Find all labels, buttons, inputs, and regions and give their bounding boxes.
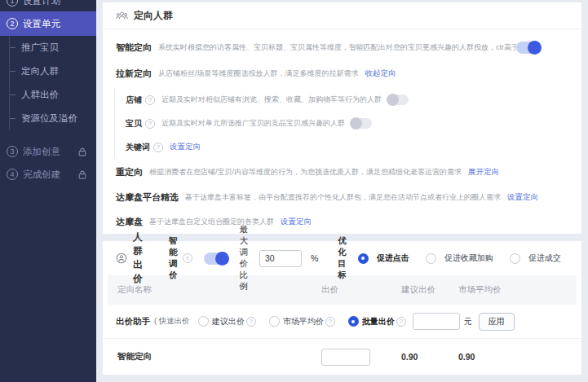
apply-button[interactable]: 应用 [479, 313, 515, 331]
step-label: 完成创建 [23, 169, 60, 181]
collapse-targeting-link[interactable]: 收起定向 [365, 68, 396, 79]
sidebar-item-promo-item[interactable]: 推广宝贝 [10, 36, 96, 59]
radio-bulk-bid-label[interactable]: 批量出价 [362, 316, 395, 327]
wizard-sidebar: 1 设置计划 2 设置单元 推广宝贝 定向人群 人群出价 资源位及溢价 3 添加… [0, 0, 96, 382]
retarget-desc: 根据消费者在您店铺/宝贝/内容等维度的行为，为您挑选优质人群，满足您精细化老客运… [149, 167, 462, 178]
info-icon[interactable]: ? [246, 317, 256, 327]
step-label: 设置单元 [23, 18, 60, 30]
sidebar-step-add-creative[interactable]: 3 添加创意 [0, 140, 96, 163]
col-suggest-bid: 建议出价 [401, 284, 458, 296]
dmp-label: 达摩盘 [116, 216, 143, 228]
info-icon[interactable]: ? [325, 317, 335, 327]
smart-adjust-toggle[interactable] [204, 252, 228, 265]
smart-targeting-label: 智能定向 [116, 42, 152, 54]
bid-input[interactable] [321, 349, 370, 366]
radio-market-avg-label[interactable]: 市场平均价 [283, 316, 324, 327]
sidebar-step-set-unit[interactable]: 2 设置单元 [0, 11, 96, 36]
crowd-icon [116, 11, 128, 21]
market-avg-value: 0.90 [458, 352, 577, 362]
radio-suggest-bid[interactable] [198, 316, 209, 327]
bid-icon [116, 252, 127, 264]
suggest-bid-value: 0.90 [401, 352, 458, 362]
bid-card-title-wrap: 人群出价 [116, 231, 143, 286]
step-number-4: 4 [7, 169, 18, 180]
retarget-row: 重定向 根据消费者在您店铺/宝贝/内容等维度的行为，为您挑选优质人群，满足您精细… [116, 166, 568, 178]
step-number-2: 2 [7, 18, 18, 29]
lock-icon [78, 147, 86, 156]
sidebar-item-targeting-audience[interactable]: 定向人群 [10, 59, 96, 83]
pull-new-row: 拉新定向 从店铺粉丝/场景等维度圈选投放人群，满足多维度的拉新需求 收起定向 [116, 68, 568, 80]
step-label: 添加创意 [23, 146, 60, 158]
keyword-label: 关键词 [126, 142, 150, 153]
col-market-avg: 市场平均价 [458, 284, 577, 296]
smart-targeting-toggle[interactable] [516, 42, 541, 54]
step-label: 设置计划 [23, 0, 60, 7]
dmp-platform-desc: 基于达摩盘丰富标签，由平台配置推荐的个性化人群包，满足您在活动节点或者行业上的圈… [185, 192, 501, 203]
smart-targeting-row: 智能定向 系统实时根据您的访客属性、宝贝标题、宝贝属性等维度，智能匹配出对您的宝… [116, 42, 568, 54]
dmp-set-link[interactable]: 设置定向 [281, 217, 312, 227]
expand-targeting-link[interactable]: 展开定向 [468, 167, 499, 178]
audience-bid-card: 人群出价 智能调价 ? 最大调价比例 % 优化目标 促进点击 促进收藏加购 促进… [103, 241, 581, 375]
pull-new-label: 拉新定向 [116, 68, 152, 80]
radio-promote-deal-label[interactable]: 促进成交 [528, 252, 561, 264]
info-icon[interactable]: ? [183, 253, 192, 263]
radio-promote-favorite[interactable] [426, 253, 436, 264]
optimize-goal-label: 优化目标 [338, 235, 347, 281]
row-targeting-name: 智能定向 [117, 351, 321, 362]
item-targeting-toggle[interactable] [351, 118, 372, 129]
step-number-1: 1 [7, 0, 18, 7]
max-ratio-input[interactable] [259, 250, 302, 267]
smart-targeting-desc: 系统实时根据您的访客属性、宝贝标题、宝贝属性等维度，智能匹配出对您的宝贝更感兴趣… [158, 42, 516, 53]
sidebar-item-audience-bid[interactable]: 人群出价 [10, 83, 96, 107]
radio-promote-click[interactable] [358, 253, 369, 264]
targeting-audience-card: 定向人群 智能定向 系统实时根据您的访客属性、宝贝标题、宝贝属性等维度，智能匹配… [103, 2, 581, 234]
sub-item-label: 人群出价 [21, 89, 59, 101]
sidebar-item-placement-premium[interactable]: 资源位及溢价 [10, 107, 96, 130]
dmp-platform-row: 达摩盘平台精选 基于达摩盘丰富标签，由平台配置推荐的个性化人群包，满足您在活动节… [116, 191, 568, 204]
col-targeting-name: 定向名称 [117, 284, 321, 296]
sidebar-sub-list: 推广宝贝 定向人群 人群出价 资源位及溢价 [9, 36, 96, 130]
keyword-set-targeting-link[interactable]: 设置定向 [170, 142, 201, 152]
col-bid: 出价 [321, 284, 401, 296]
targeting-card-header: 定向人群 [103, 2, 581, 29]
sidebar-step-set-plan[interactable]: 1 设置计划 [0, 0, 96, 11]
radio-promote-favorite-label[interactable]: 促进收藏加购 [444, 252, 493, 264]
radio-bulk-bid[interactable] [348, 316, 359, 327]
sub-item-label: 资源位及溢价 [21, 112, 77, 125]
lock-icon [78, 170, 86, 179]
item-desc: 近期及实时对单元所选推广宝贝的竞品宝贝感兴趣的人群 [161, 118, 345, 129]
info-icon[interactable]: ? [153, 143, 163, 152]
card-title: 定向人群 [134, 9, 173, 23]
yuan-unit: 元 [464, 316, 472, 327]
keyword-targeting-row: 关键词 ? 设置定向 [126, 135, 568, 159]
shop-targeting-toggle[interactable] [387, 94, 409, 105]
percent-sign: % [311, 253, 318, 263]
info-icon[interactable]: ? [145, 95, 155, 105]
item-label: 宝贝 [126, 118, 142, 130]
bid-card-header: 人群出价 智能调价 ? 最大调价比例 % 优化目标 促进点击 促进收藏加购 促进… [103, 241, 581, 275]
info-icon[interactable]: ? [396, 317, 406, 327]
sidebar-step-finish-create[interactable]: 4 完成创建 [0, 163, 96, 186]
card-title: 人群出价 [133, 231, 143, 286]
sub-item-label: 定向人群 [21, 65, 59, 77]
pull-new-sub-block: 店铺 ? 近期及实时对相似店铺有浏览、搜索、收藏、加购物车等行为的人群 宝贝 ?… [114, 88, 568, 159]
radio-promote-click-label[interactable]: 促进点击 [377, 252, 409, 264]
radio-suggest-bid-label[interactable]: 建议出价 [212, 316, 245, 327]
retarget-label: 重定向 [116, 166, 143, 178]
table-row-smart-targeting: 智能定向 0.90 0.90 [108, 339, 577, 375]
shop-targeting-row: 店铺 ? 近期及实时对相似店铺有浏览、搜索、收藏、加购物车等行为的人群 [126, 88, 568, 112]
info-icon[interactable]: ? [145, 119, 155, 129]
bid-helper-label: 出价助手 [116, 316, 150, 327]
bid-helper-row: 出价助手 ( 快速出价 建议出价 ? 市场平均价 ? 批量出价 ? 元 应用 [103, 305, 581, 339]
dmp-desc: 基于达摩盘自定义组合圈定的各类人群 [149, 217, 274, 227]
quick-bid-label: ( 快速出价 [154, 316, 190, 327]
dmp-platform-set-link[interactable]: 设置定向 [507, 192, 538, 203]
radio-market-avg[interactable] [269, 316, 280, 327]
shop-desc: 近期及实时对相似店铺有浏览、搜索、收藏、加购物车等行为的人群 [161, 94, 382, 105]
bulk-bid-input[interactable] [413, 313, 460, 330]
dmp-row: 达摩盘 基于达摩盘自定义组合圈定的各类人群 设置定向 [116, 216, 568, 228]
radio-promote-deal[interactable] [510, 253, 520, 264]
shop-label: 店铺 [126, 94, 142, 106]
max-ratio-label: 最大调价比例 [240, 224, 249, 292]
dmp-platform-label: 达摩盘平台精选 [116, 191, 179, 204]
